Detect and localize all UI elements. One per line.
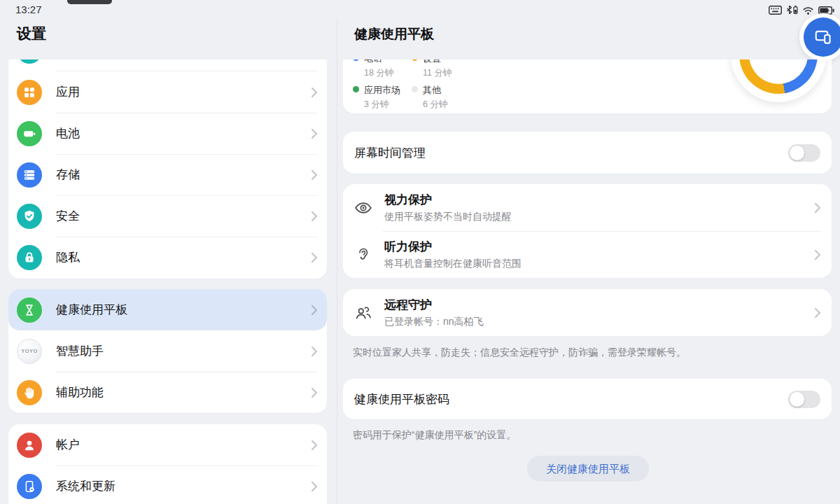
password-label: 健康使用平板密码 — [354, 391, 449, 407]
hand-icon — [17, 380, 42, 405]
screen-mirror-button[interactable] — [804, 18, 840, 57]
sidebar-item-label: 隐私 — [56, 249, 312, 265]
chevron-right-icon — [312, 88, 317, 97]
camera-notch — [67, 0, 112, 4]
chevron-right-icon — [312, 305, 317, 315]
legend-value: 18 分钟 — [364, 67, 393, 79]
eye-icon — [354, 199, 375, 217]
sidebar-item-label: 智慧助手 — [56, 343, 312, 359]
remote-guard-subtitle: 已登录帐号：nn高柏飞 — [384, 316, 815, 328]
legend-label: 其他 — [423, 84, 447, 97]
sidebar-item-storage[interactable]: 存储 — [8, 154, 327, 195]
disable-digital-balance-button[interactable]: 关闭健康使用平板 — [527, 456, 649, 482]
system-update-icon — [17, 474, 42, 499]
chevron-right-icon — [312, 388, 317, 398]
screen-time-label: 屏幕时间管理 — [354, 145, 426, 161]
panel-content: 电话18 分钟 设置11 分钟 应用市场3 分钟 其他6 分钟 — [343, 59, 833, 504]
sidebar-item-label: 应用 — [56, 84, 312, 100]
sidebar-item-system-update[interactable]: 系统和更新 — [8, 465, 327, 504]
sidebar-item-label: 辅助功能 — [56, 384, 312, 400]
usage-legend: 电话18 分钟 设置11 分钟 应用市场3 分钟 其他6 分钟 — [353, 59, 451, 111]
keyboard-icon — [769, 5, 782, 18]
sidebar-item-apps[interactable]: 应用 — [8, 71, 327, 113]
screen-time-row[interactable]: 屏幕时间管理 — [343, 132, 832, 174]
eye-protection-subtitle: 使用平板姿势不当时自动提醒 — [384, 211, 815, 223]
hearing-protection-row[interactable]: 听力保护 将耳机音量控制在健康听音范围 — [343, 231, 832, 278]
legend-value: 11 分钟 — [423, 67, 451, 79]
hearing-protection-title: 听力保护 — [384, 239, 815, 255]
legend-dot — [412, 86, 418, 92]
sidebar-item-privacy[interactable]: 隐私 — [8, 237, 327, 278]
remote-guard-row[interactable]: 远程守护 已登录帐号：nn高柏飞 — [343, 289, 832, 336]
remote-guard-title: 远程守护 — [384, 297, 815, 313]
legend-item: 应用市场3 分钟 — [353, 84, 412, 111]
screen-time-toggle[interactable] — [788, 144, 820, 162]
sidebar-item-label: 帐户 — [56, 437, 312, 453]
remote-guard-card: 远程守护 已登录帐号：nn高柏飞 — [343, 289, 832, 336]
sidebar-item-label: 健康使用平板 — [56, 302, 312, 318]
sidebar-item-label: 系统和更新 — [56, 478, 312, 494]
protection-card: 视力保护 使用平板姿势不当时自动提醒 听力保护 将耳机音量控制在健康听音范围 — [343, 184, 832, 278]
sidebar-item-account[interactable]: 帐户 — [8, 424, 327, 465]
password-caption: 密码用于保护“健康使用平板”的设置。 — [353, 429, 826, 442]
chevron-right-icon — [815, 308, 820, 318]
hourglass-icon — [17, 298, 42, 323]
toggle-knob — [790, 146, 804, 160]
sidebar-item-label: 安全 — [56, 208, 312, 224]
legend-item: 设置11 分钟 — [412, 59, 451, 79]
sidebar-item-digital-balance[interactable]: 健康使用平板 — [8, 289, 327, 330]
usage-chart-card: 电话18 分钟 设置11 分钟 应用市场3 分钟 其他6 分钟 — [343, 59, 832, 113]
password-row[interactable]: 健康使用平板密码 — [343, 379, 832, 419]
legend-item: 其他6 分钟 — [412, 84, 451, 111]
eye-protection-row[interactable]: 视力保护 使用平板姿势不当时自动提醒 — [343, 184, 832, 231]
screen-mirror-icon — [813, 27, 833, 47]
chevron-right-icon — [312, 346, 317, 356]
sidebar-item-battery[interactable]: 电池 — [8, 113, 327, 154]
storage-icon — [17, 162, 42, 188]
yoyo-label: YOYO — [21, 348, 37, 354]
sidebar-item-assistant[interactable]: YOYO 智慧助手 — [8, 330, 327, 372]
sidebar-item-clipped[interactable] — [8, 59, 327, 71]
legend-label: 应用市场 — [364, 84, 400, 97]
sidebar-item-label: 电池 — [56, 125, 312, 141]
legend-dot — [353, 86, 359, 92]
page-title: 设置 — [17, 24, 46, 43]
sidebar-group-1: 应用 电池 存储 安全 隐私 — [8, 59, 327, 279]
legend-label: 电话 — [364, 59, 393, 65]
sidebar-item-accessibility[interactable]: 辅助功能 — [8, 372, 327, 413]
panel-title: 健康使用平板 — [354, 25, 434, 43]
password-toggle[interactable] — [788, 391, 820, 408]
status-time: 13:27 — [15, 4, 42, 15]
legend-label: 设置 — [423, 59, 451, 65]
legend-dot — [412, 59, 418, 61]
person-icon — [17, 433, 42, 458]
chevron-right-icon — [815, 250, 820, 260]
eye-protection-title: 视力保护 — [384, 192, 815, 208]
chevron-right-icon — [815, 203, 820, 213]
legend-item: 电话18 分钟 — [353, 59, 412, 79]
yoyo-icon: YOYO — [17, 339, 42, 364]
settings-app: 13:27 设置 应用 电池 — [0, 0, 840, 504]
toggle-knob — [790, 392, 804, 407]
lock-icon — [17, 245, 42, 270]
legend-dot — [353, 59, 359, 61]
hearing-protection-subtitle: 将耳机音量控制在健康听音范围 — [384, 258, 815, 270]
clipped-teal-icon — [17, 59, 42, 64]
chevron-right-icon — [312, 211, 317, 221]
chevron-right-icon — [312, 170, 317, 180]
shield-icon — [17, 204, 42, 229]
chevron-right-icon — [312, 482, 317, 491]
chevron-right-icon — [312, 253, 317, 262]
legend-value: 3 分钟 — [364, 99, 400, 111]
sidebar-item-security[interactable]: 安全 — [8, 195, 327, 237]
chevron-right-icon — [312, 440, 317, 450]
remote-guard-caption: 实时位置家人共享，防走失；信息安全远程守护，防诈骗，需登录荣耀帐号。 — [353, 346, 826, 359]
sidebar-group-2: 健康使用平板 YOYO 智慧助手 辅助功能 — [8, 289, 327, 413]
sidebar-group-3: 帐户 系统和更新 — [8, 424, 327, 504]
chevron-right-icon — [312, 129, 317, 139]
sidebar-item-label: 存储 — [56, 167, 312, 183]
ear-icon — [354, 246, 375, 264]
bluetooth-battery-icon — [787, 5, 798, 18]
apps-icon — [17, 80, 42, 105]
family-guard-icon — [354, 304, 375, 322]
